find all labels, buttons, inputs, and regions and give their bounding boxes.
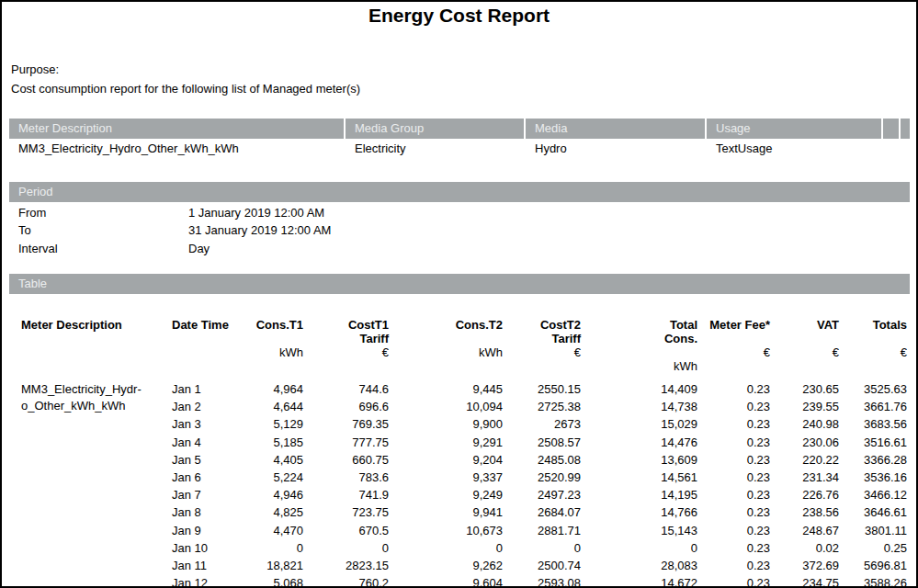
cell-cons-t1: 5,129 bbox=[234, 415, 303, 433]
cell-cons-t2: 9,291 bbox=[389, 434, 503, 451]
cell-cost-t2: 2500.74 bbox=[503, 557, 581, 574]
cell-vat: 372.69 bbox=[770, 557, 839, 574]
cell-cost-t1: 723.75 bbox=[303, 503, 389, 521]
col-header-totals: Totals € bbox=[839, 318, 907, 380]
cost-table-body: MM3_Electricity_Hydr- o_Other_kWh_kWhJan… bbox=[11, 380, 907, 588]
cell-cost-t1: 660.75 bbox=[303, 451, 389, 469]
cell-meter-fee: 0.23 bbox=[697, 415, 770, 433]
cell-totals: 3525.63 bbox=[839, 380, 907, 398]
meter-header-spacer-cell bbox=[901, 119, 910, 139]
cell-cost-t1: 696.6 bbox=[303, 398, 389, 415]
cell-totals: 0.25 bbox=[839, 539, 907, 557]
cell-total-cons: 14,409 bbox=[581, 380, 697, 398]
cell-meter-fee: 0.23 bbox=[697, 398, 770, 415]
period-section-label: Period bbox=[9, 182, 910, 202]
cell-total-cons: 13,609 bbox=[581, 451, 697, 469]
table-section-bar: Table bbox=[9, 274, 910, 294]
cell-totals: 3588.26 bbox=[839, 574, 907, 588]
cell-cons-t2: 9,604 bbox=[389, 574, 503, 588]
cell-date: Jan 3 bbox=[163, 415, 234, 433]
period-from-label: From bbox=[18, 204, 188, 221]
cell-meter-fee: 0.23 bbox=[697, 557, 770, 574]
cell-cons-t1: 5,068 bbox=[234, 574, 303, 588]
meter-col-header-media-group: Media Group bbox=[346, 119, 524, 139]
cell-cons-t1: 5,185 bbox=[234, 434, 303, 451]
cell-cost-t2: 2508.57 bbox=[503, 434, 581, 451]
cell-cons-t2: 10,094 bbox=[389, 398, 503, 415]
report-title: Energy Cost Report bbox=[2, 5, 916, 27]
col-header-meter-description: Meter Description bbox=[11, 318, 163, 380]
cell-cost-t2: 2550.15 bbox=[503, 380, 581, 398]
cell-vat: 230.65 bbox=[770, 380, 839, 398]
cell-vat: 0.02 bbox=[770, 539, 839, 557]
cell-vat: 238.56 bbox=[770, 503, 839, 521]
cell-cost-t1: 769.35 bbox=[303, 415, 389, 433]
cell-cost-t1: 760.2 bbox=[303, 574, 389, 588]
cell-total-cons: 14,561 bbox=[581, 469, 697, 486]
meter-col-header-media: Media bbox=[526, 119, 705, 139]
cell-total-cons: 15,143 bbox=[581, 522, 697, 539]
cell-cost-t2: 2684.07 bbox=[503, 503, 581, 521]
cell-cost-t2: 2725.38 bbox=[503, 398, 581, 415]
meter-header-spacer-cell bbox=[883, 119, 899, 139]
cell-vat: 234.75 bbox=[770, 574, 839, 588]
cell-total-cons: 14,195 bbox=[581, 486, 697, 503]
cell-date: Jan 6 bbox=[163, 469, 234, 486]
period-interval-value: Day bbox=[188, 242, 210, 255]
cell-cost-t2: 2497.23 bbox=[503, 486, 581, 503]
cell-cost-t1: 777.75 bbox=[303, 434, 389, 451]
cell-cons-t1: 4,470 bbox=[234, 522, 303, 539]
purpose-description: Cost consumption report for the followin… bbox=[11, 79, 360, 98]
cell-cons-t2: 9,249 bbox=[389, 486, 503, 503]
col-header-cons-t1: Cons.T1 kWh bbox=[234, 318, 303, 380]
cell-cons-t2: 9,900 bbox=[389, 415, 503, 433]
col-header-total-cons: Total Cons. kWh bbox=[581, 318, 697, 380]
cell-meter-fee: 0.23 bbox=[697, 503, 770, 521]
period-section-bar: Period bbox=[9, 182, 910, 202]
cell-cost-t1: 783.6 bbox=[303, 469, 389, 486]
period-to-value: 31 January 2019 12:00 AM bbox=[188, 223, 331, 237]
period-row-from: From1 January 2019 12:00 AM bbox=[18, 204, 331, 221]
cell-cost-t1: 2823.15 bbox=[303, 557, 389, 574]
cell-cost-t2: 2593.08 bbox=[503, 574, 581, 588]
cell-date: Jan 12 bbox=[163, 574, 234, 588]
purpose-section: Purpose: Cost consumption report for the… bbox=[11, 60, 360, 98]
cell-cons-t1: 4,405 bbox=[234, 451, 303, 469]
purpose-label: Purpose: bbox=[11, 60, 360, 79]
cell-date: Jan 10 bbox=[163, 539, 234, 557]
cell-cost-t1: 741.9 bbox=[303, 486, 389, 503]
period-row-to: To31 January 2019 12:00 AM bbox=[18, 221, 331, 239]
period-to-label: To bbox=[18, 221, 188, 239]
cell-cost-t2: 0 bbox=[503, 539, 581, 557]
period-details: From1 January 2019 12:00 AM To31 January… bbox=[18, 204, 331, 257]
cell-cost-t2: 2520.99 bbox=[503, 469, 581, 486]
cell-vat: 248.67 bbox=[770, 522, 839, 539]
cell-totals: 5696.81 bbox=[839, 557, 907, 574]
meter-col-header-usage: Usage bbox=[707, 119, 881, 139]
cell-vat: 239.55 bbox=[770, 398, 839, 415]
cell-total-cons: 28,083 bbox=[581, 557, 697, 574]
cell-cost-t1: 670.5 bbox=[303, 522, 389, 539]
cell-cons-t1: 4,825 bbox=[234, 503, 303, 521]
cell-cons-t1: 4,946 bbox=[234, 486, 303, 503]
cell-cost-t2: 2485.08 bbox=[503, 451, 581, 469]
cell-totals: 3683.56 bbox=[839, 415, 907, 433]
cell-date: Jan 4 bbox=[163, 434, 234, 451]
cell-totals: 3466.12 bbox=[839, 486, 907, 503]
cell-cons-t1: 4,964 bbox=[234, 380, 303, 398]
cell-cost-t1: 0 bbox=[303, 539, 389, 557]
col-header-cost-t2-tariff: CostT2 Tariff € bbox=[503, 318, 581, 380]
cell-meter-fee: 0.23 bbox=[697, 522, 770, 539]
report-page: Energy Cost Report Purpose: Cost consump… bbox=[0, 0, 918, 588]
cell-date: Jan 1 bbox=[163, 380, 234, 398]
cell-totals: 3661.76 bbox=[839, 398, 907, 415]
cell-vat: 240.98 bbox=[770, 415, 839, 433]
cell-vat: 220.22 bbox=[770, 451, 839, 469]
cell-vat: 226.76 bbox=[770, 486, 839, 503]
table-section-label: Table bbox=[9, 274, 910, 294]
cell-meter-fee: 0.23 bbox=[697, 486, 770, 503]
cell-total-cons: 14,476 bbox=[581, 434, 697, 451]
cell-meter-fee: 0.23 bbox=[697, 574, 770, 588]
period-from-value: 1 January 2019 12:00 AM bbox=[188, 206, 324, 220]
meter-name-cell: MM3_Electricity_Hydr- o_Other_kWh_kWh bbox=[11, 380, 163, 588]
